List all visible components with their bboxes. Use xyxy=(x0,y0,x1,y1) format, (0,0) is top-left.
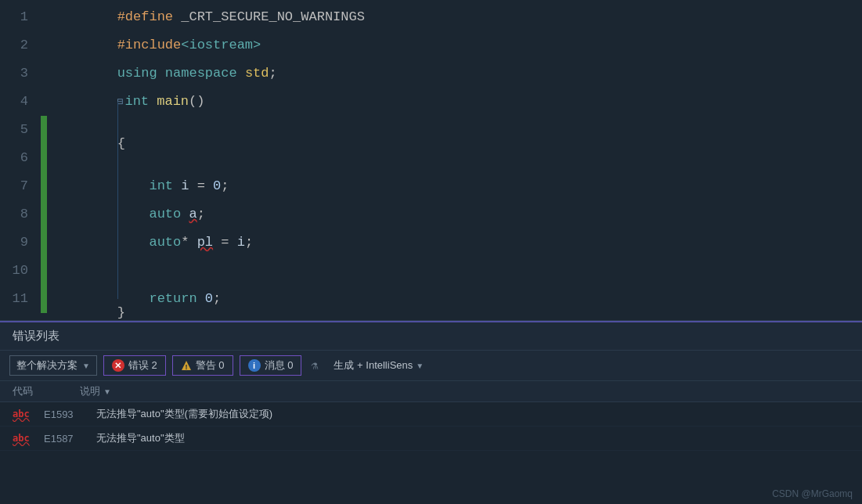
semicolon: ; xyxy=(269,66,276,81)
error-desc-1: 无法推导"auto"类型 xyxy=(96,431,849,445)
build-label: 生成 + IntelliSens xyxy=(334,358,413,373)
error-red-icon: ✕ xyxy=(112,359,124,372)
build-arrow-icon: ▼ xyxy=(416,362,424,370)
line-gutter-4 xyxy=(41,88,47,116)
line-content-11: } xyxy=(47,243,133,321)
col-desc-label: 说明 xyxy=(80,384,100,398)
code-lines: 1 #define _CRT_SECURE_NO_WARNINGS 2 #inc… xyxy=(0,0,862,316)
line-number-6: 6 xyxy=(0,144,41,172)
error-panel-header: 错误列表 xyxy=(0,322,862,351)
line-number-2: 2 xyxy=(0,31,41,59)
warning-triangle-icon: ! xyxy=(181,360,192,371)
line-gutter-3 xyxy=(41,59,47,88)
messages-label: 消息 0 xyxy=(265,358,294,373)
watermark: CSDN @MrGaomq xyxy=(772,488,853,499)
abc-icon-1: abc xyxy=(13,433,30,444)
filter-icon[interactable]: ⚗ xyxy=(308,358,321,373)
solution-label: 整个解决方案 xyxy=(16,358,78,373)
line-gutter-5 xyxy=(41,116,47,144)
line-number-10: 10 xyxy=(0,257,41,285)
warnings-filter-button[interactable]: ! 警告 0 xyxy=(172,355,233,376)
dropdown-arrow-icon: ▼ xyxy=(82,362,90,370)
line-number-4: 4 xyxy=(0,88,41,116)
std-ident: std xyxy=(245,66,269,81)
line-number-5: 5 xyxy=(0,116,41,144)
col-desc-header[interactable]: 说明 ▼ xyxy=(80,384,111,398)
line-gutter-11 xyxy=(41,285,47,313)
error-toolbar: 整个解决方案 ▼ ✕ 错误 2 ! 警告 0 i 消息 0 ⚗ xyxy=(0,351,862,381)
info-circle-icon: i xyxy=(248,359,261,372)
error-table-header: 代码 说明 ▼ xyxy=(0,381,862,402)
line-number-1: 1 xyxy=(0,3,41,31)
error-panel-title: 错误列表 xyxy=(13,329,60,342)
code-editor: 1 #define _CRT_SECURE_NO_WARNINGS 2 #inc… xyxy=(0,0,862,321)
line-number-7: 7 xyxy=(0,172,41,200)
line-number-8: 8 xyxy=(0,200,41,229)
svg-text:!: ! xyxy=(185,363,187,371)
errors-filter-button[interactable]: ✕ 错误 2 xyxy=(103,355,166,376)
error-row-icon-1: abc xyxy=(13,433,34,444)
error-desc-0: 无法推导"auto"类型(需要初始值设定项) xyxy=(96,407,849,421)
line-gutter-1 xyxy=(41,3,47,31)
close-brace: } xyxy=(117,305,125,320)
line-gutter-9 xyxy=(41,229,47,257)
error-row-icon-0: abc xyxy=(13,409,34,419)
line-gutter-8 xyxy=(41,200,47,229)
line-gutter-7 xyxy=(41,172,47,200)
error-code-0: E1593 xyxy=(44,409,87,420)
warnings-label: 警告 0 xyxy=(196,358,225,373)
col-code-label: 代码 xyxy=(13,384,33,398)
error-row-0[interactable]: abc E1593 无法推导"auto"类型(需要初始值设定项) xyxy=(0,402,862,427)
col-desc-sort-icon: ▼ xyxy=(103,387,111,396)
error-row-1[interactable]: abc E1587 无法推导"auto"类型 xyxy=(0,427,862,451)
errors-label: 错误 2 xyxy=(128,358,157,373)
line-number-9: 9 xyxy=(0,229,41,257)
solution-dropdown[interactable]: 整个解决方案 ▼ xyxy=(9,355,97,376)
code-line-11[interactable]: 11 } xyxy=(0,285,862,313)
line-number-11: 11 xyxy=(0,285,41,313)
messages-filter-button[interactable]: i 消息 0 xyxy=(240,355,302,376)
col-code-header[interactable]: 代码 xyxy=(13,384,33,398)
line-number-3: 3 xyxy=(0,59,41,88)
line-gutter-6 xyxy=(41,144,47,172)
error-code-1: E1587 xyxy=(44,433,87,445)
abc-icon-0: abc xyxy=(13,409,30,419)
error-panel: 错误列表 整个解决方案 ▼ ✕ 错误 2 ! 警告 0 i 消息 0 xyxy=(0,321,862,504)
error-rows: abc E1593 无法推导"auto"类型(需要初始值设定项) abc E15… xyxy=(0,402,862,504)
build-dropdown[interactable]: 生成 + IntelliSens ▼ xyxy=(327,356,430,375)
line-gutter-2 xyxy=(41,31,47,59)
line-gutter-10 xyxy=(41,257,47,285)
